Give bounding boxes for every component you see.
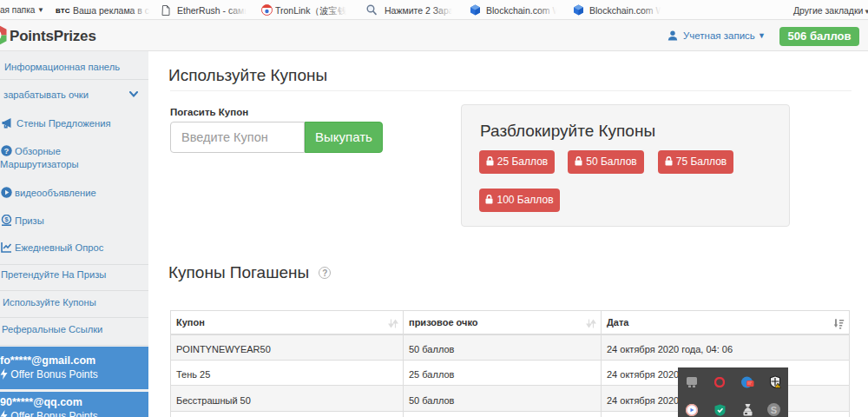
svg-text:$: $ <box>4 215 9 223</box>
svg-text:S: S <box>771 405 777 415</box>
svg-text:?: ? <box>4 146 10 156</box>
